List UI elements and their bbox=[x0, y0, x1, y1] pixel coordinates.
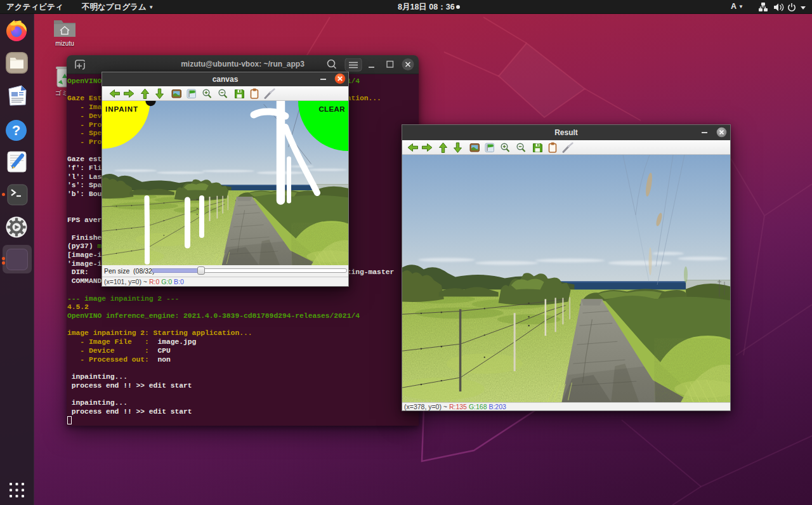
svg-text:INPAINT: INPAINT bbox=[105, 105, 138, 113]
svg-text:CLEAR: CLEAR bbox=[318, 105, 345, 113]
